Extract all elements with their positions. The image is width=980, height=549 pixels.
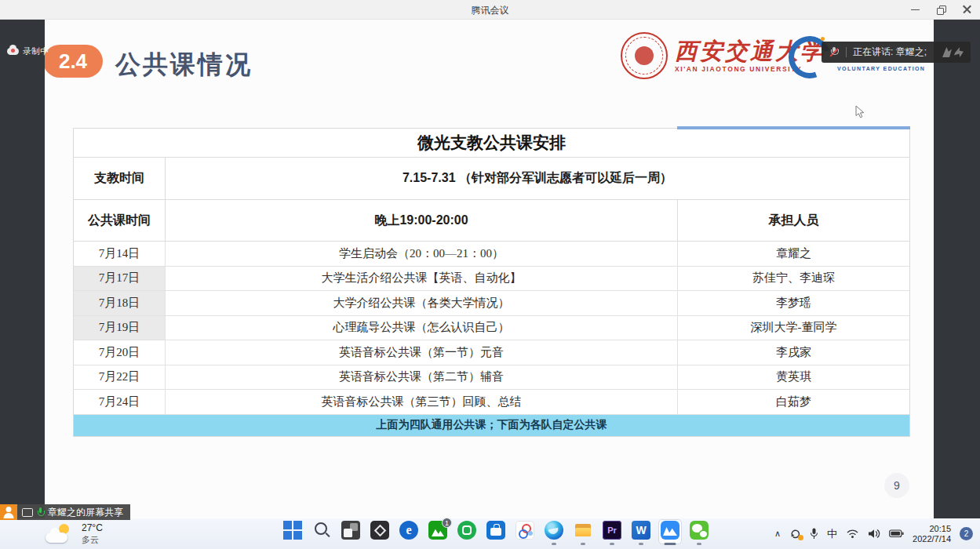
word-icon: W — [632, 521, 650, 540]
date-cell: 7月18日 — [74, 291, 166, 315]
person-cell: 白茹梦 — [678, 390, 909, 414]
screen-icon — [22, 508, 33, 517]
wifi-icon[interactable] — [846, 529, 859, 539]
window-controls — [910, 0, 972, 19]
clock-time: 20:15 — [913, 524, 951, 534]
column-header-session: 晚上19:00-20:00 — [166, 200, 678, 241]
tencent-meeting-button[interactable] — [661, 521, 679, 547]
ime-indicator[interactable]: 中 — [827, 527, 837, 541]
table-row-support-time: 支教时间 7.15-7.31 （针对部分军训志愿者可以延后一周） — [74, 158, 909, 200]
partly-cloudy-icon — [46, 524, 74, 544]
date-cell: 7月14日 — [74, 242, 166, 266]
volume-icon[interactable] — [868, 529, 880, 539]
date-cell: 7月22日 — [74, 365, 166, 390]
taskbar-icons: e1PrW — [283, 521, 709, 547]
university-seal-icon — [621, 32, 668, 79]
running-indicator — [697, 543, 701, 545]
page-number-badge: 9 — [884, 473, 909, 498]
share-label: 章耀之的屏幕共享 — [48, 506, 123, 519]
table-title: 微光支教公共课安排 — [74, 129, 909, 158]
letterbox-left: 录制中 — [0, 19, 45, 518]
weather-condition: 多云 — [82, 534, 103, 546]
tray-chevron-up-icon[interactable]: ∧ — [774, 529, 781, 539]
running-indicator — [665, 543, 676, 545]
premiere-icon: Pr — [603, 521, 621, 540]
running-indicator — [552, 543, 556, 545]
browser-e-icon: e — [399, 521, 418, 540]
date-cell: 7月24日 — [74, 390, 166, 414]
table-row: 7月24日英语音标公共课（第三节）回顾、总结白茹梦 — [74, 390, 909, 415]
meeting-rings-icon — [516, 521, 534, 540]
clock-app-icon — [457, 521, 476, 540]
snipping-tool-button[interactable] — [341, 521, 360, 547]
system-tray: ∧ 中 20:15 2022/7/14 2 — [774, 518, 980, 549]
table-row: 7月19日心理疏导公共课（怎么认识自己）深圳大学-董同学 — [74, 316, 909, 341]
presenter-icon — [0, 504, 17, 520]
course-cell: 心理疏导公共课（怎么认识自己） — [166, 316, 678, 340]
share-bar: 章耀之的屏幕共享 — [17, 504, 130, 520]
table-row: 7月20日英语音标公共课（第一节）元音李戌家 — [74, 340, 909, 365]
mic-on-icon — [37, 507, 44, 518]
table-footer-note: 上面为四队通用公共课；下面为各队自定公共课 — [74, 415, 909, 436]
browser-e-button[interactable]: e — [399, 521, 418, 547]
annotation-arrows-icon — [942, 47, 964, 57]
course-cell: 英语音标公共课（第二节）辅音 — [166, 365, 678, 390]
schedule-table: 微光支教公共课安排 支教时间 7.15-7.31 （针对部分军训志愿者可以延后一… — [73, 128, 910, 437]
snipping-tool-icon — [341, 521, 360, 540]
meeting-stage: 录制中 2.4 公共课情况 西安交通大学 XI'AN JIAOTONG UNIV… — [0, 19, 980, 518]
course-cell: 大学介绍公共课（各类大学情况） — [166, 291, 678, 315]
premiere-button[interactable]: Pr — [603, 521, 621, 547]
person-cell: 深圳大学-董同学 — [678, 316, 909, 340]
restore-button[interactable] — [936, 5, 946, 15]
person-cell: 黄英琪 — [678, 365, 909, 390]
wechat-icon — [690, 521, 709, 540]
clock[interactable]: 20:15 2022/7/14 — [913, 524, 951, 544]
xbox-button[interactable]: 1 — [428, 521, 447, 547]
screen: 腾讯会议 录制中 2.4 公共课情况 西安交通大学 XI'AN JIAOTONG… — [0, 0, 980, 549]
tray-mic-icon[interactable] — [810, 528, 818, 540]
course-cell: 英语音标公共课（第一节）元音 — [166, 340, 678, 365]
notification-count-badge: 1 — [442, 518, 452, 528]
screen-share-indicator[interactable]: 章耀之的屏幕共享 — [0, 504, 130, 520]
person-cell: 章耀之 — [678, 242, 909, 266]
microsoft-store-icon — [486, 521, 505, 540]
person-cell: 李戌家 — [678, 340, 909, 365]
section-number-badge: 2.4 — [43, 45, 103, 78]
table-row: 7月18日大学介绍公共课（各类大学情况）李梦瑶 — [74, 291, 909, 316]
date-cell: 7月20日 — [74, 340, 166, 365]
table-header-row: 公共课时间 晚上19:00-20:00 承担人员 — [74, 200, 909, 242]
game-bar-button[interactable] — [370, 521, 389, 547]
close-button[interactable] — [962, 5, 972, 15]
weather-widget[interactable]: 27°C 多云 — [46, 522, 103, 546]
windows-start-button[interactable] — [283, 521, 302, 547]
taskbar: 27°C 多云 e1PrW ∧ 中 — [0, 518, 980, 549]
search-button[interactable] — [312, 521, 331, 547]
table-row: 7月14日学生启动会（20：00—21：00）章耀之 — [74, 242, 909, 267]
xbox-icon: 1 — [428, 521, 447, 540]
speaking-label: 正在讲话: 章耀之; — [853, 45, 927, 59]
table-top-accent — [677, 126, 910, 129]
running-indicator — [610, 543, 614, 545]
minimize-button[interactable] — [910, 5, 920, 15]
file-explorer-button[interactable] — [574, 521, 592, 547]
date-cell: 7月19日 — [74, 316, 166, 340]
word-button[interactable]: W — [632, 521, 650, 547]
person-cell: 苏佳宁、李迪琛 — [678, 267, 909, 291]
mouse-cursor — [855, 105, 866, 122]
support-time-value: 7.15-7.31 （针对部分军训志愿者可以延后一周） — [166, 158, 909, 199]
recording-indicator: 录制中 — [7, 45, 49, 57]
battery-icon[interactable] — [889, 529, 904, 538]
meeting-rings-button[interactable] — [516, 521, 534, 547]
recording-label: 录制中 — [23, 45, 49, 57]
letterbox-right — [934, 19, 980, 518]
clock-date: 2022/7/14 — [913, 534, 951, 544]
microsoft-store-button[interactable] — [486, 521, 505, 547]
edge-button[interactable] — [545, 521, 563, 547]
course-cell: 大学生活介绍公共课【英语、自动化】 — [166, 267, 678, 291]
person-cell: 李梦瑶 — [678, 291, 909, 315]
sync-icon[interactable] — [789, 529, 801, 539]
clock-app-button[interactable] — [457, 521, 476, 547]
support-time-label: 支教时间 — [74, 158, 166, 199]
wechat-button[interactable] — [690, 521, 709, 547]
notification-badge[interactable]: 2 — [960, 527, 973, 540]
